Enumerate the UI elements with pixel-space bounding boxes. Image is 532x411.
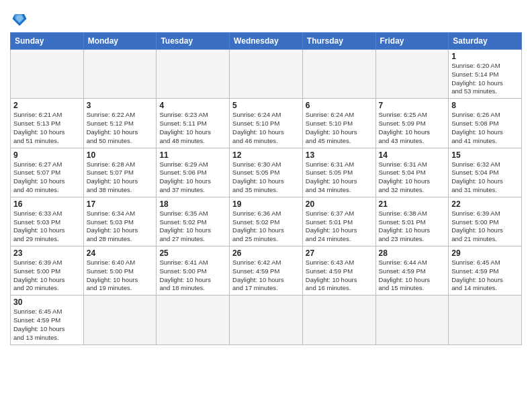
calendar-cell: 6Sunrise: 6:24 AM Sunset: 5:10 PM Daylig…: [302, 99, 375, 148]
day-number: 24: [87, 248, 154, 258]
day-info: Sunrise: 6:25 AM Sunset: 5:09 PM Dayligh…: [379, 111, 446, 145]
day-info: Sunrise: 6:36 AM Sunset: 5:02 PM Dayligh…: [232, 210, 300, 244]
calendar-cell: 17Sunrise: 6:34 AM Sunset: 5:03 PM Dayli…: [83, 197, 157, 246]
day-info: Sunrise: 6:33 AM Sunset: 5:03 PM Dayligh…: [13, 210, 81, 244]
header-day-friday: Friday: [375, 33, 449, 50]
calendar-cell: 23Sunrise: 6:39 AM Sunset: 5:00 PM Dayli…: [11, 246, 84, 295]
day-number: 29: [451, 248, 519, 258]
calendar-cell: 19Sunrise: 6:36 AM Sunset: 5:02 PM Dayli…: [230, 197, 303, 246]
calendar-cell: 20Sunrise: 6:37 AM Sunset: 5:01 PM Dayli…: [302, 197, 375, 246]
calendar-cell: [302, 295, 375, 345]
page: SundayMondayTuesdayWednesdayThursdayFrid…: [0, 0, 532, 411]
day-number: 15: [451, 150, 519, 160]
header-day-monday: Monday: [83, 33, 157, 50]
day-number: 19: [232, 199, 300, 209]
calendar-header-row: SundayMondayTuesdayWednesdayThursdayFrid…: [11, 33, 522, 50]
day-info: Sunrise: 6:34 AM Sunset: 5:03 PM Dayligh…: [87, 210, 154, 244]
calendar-cell: [302, 50, 375, 99]
day-number: 14: [379, 150, 446, 160]
header-day-sunday: Sunday: [11, 33, 84, 50]
day-info: Sunrise: 6:41 AM Sunset: 5:00 PM Dayligh…: [159, 259, 226, 293]
calendar-week-1: 1Sunrise: 6:20 AM Sunset: 5:14 PM Daylig…: [11, 50, 522, 99]
day-info: Sunrise: 6:38 AM Sunset: 5:01 PM Dayligh…: [379, 210, 446, 244]
day-info: Sunrise: 6:26 AM Sunset: 5:08 PM Dayligh…: [451, 111, 519, 145]
calendar-cell: 3Sunrise: 6:22 AM Sunset: 5:12 PM Daylig…: [83, 99, 157, 148]
day-info: Sunrise: 6:44 AM Sunset: 4:59 PM Dayligh…: [379, 259, 446, 293]
day-info: Sunrise: 6:35 AM Sunset: 5:02 PM Dayligh…: [159, 210, 226, 244]
day-number: 17: [87, 199, 154, 209]
day-info: Sunrise: 6:23 AM Sunset: 5:11 PM Dayligh…: [159, 111, 226, 145]
header-day-wednesday: Wednesday: [230, 33, 303, 50]
day-number: 25: [159, 248, 226, 258]
calendar-cell: 30Sunrise: 6:45 AM Sunset: 4:59 PM Dayli…: [11, 295, 84, 345]
calendar-cell: 26Sunrise: 6:42 AM Sunset: 4:59 PM Dayli…: [230, 246, 303, 295]
day-info: Sunrise: 6:45 AM Sunset: 4:59 PM Dayligh…: [13, 308, 81, 342]
day-info: Sunrise: 6:28 AM Sunset: 5:07 PM Dayligh…: [87, 161, 154, 195]
calendar-cell: [83, 50, 157, 99]
day-info: Sunrise: 6:31 AM Sunset: 5:05 PM Dayligh…: [306, 161, 373, 195]
day-info: Sunrise: 6:22 AM Sunset: 5:12 PM Dayligh…: [87, 111, 154, 145]
day-number: 2: [13, 101, 81, 110]
day-number: 20: [306, 199, 373, 209]
calendar-cell: 29Sunrise: 6:45 AM Sunset: 4:59 PM Dayli…: [449, 246, 522, 295]
day-number: 23: [13, 248, 81, 258]
day-number: 16: [13, 199, 81, 209]
day-number: 28: [379, 248, 446, 258]
header-day-saturday: Saturday: [449, 33, 522, 50]
calendar: SundayMondayTuesdayWednesdayThursdayFrid…: [10, 32, 522, 345]
day-number: 21: [379, 199, 446, 209]
day-info: Sunrise: 6:40 AM Sunset: 5:00 PM Dayligh…: [87, 259, 154, 293]
header-day-tuesday: Tuesday: [157, 33, 230, 50]
day-info: Sunrise: 6:43 AM Sunset: 4:59 PM Dayligh…: [306, 259, 373, 293]
day-info: Sunrise: 6:24 AM Sunset: 5:10 PM Dayligh…: [306, 111, 373, 145]
day-number: 7: [379, 101, 446, 110]
header-day-thursday: Thursday: [302, 33, 375, 50]
calendar-cell: 18Sunrise: 6:35 AM Sunset: 5:02 PM Dayli…: [157, 197, 230, 246]
day-number: 11: [159, 150, 226, 160]
calendar-cell: 8Sunrise: 6:26 AM Sunset: 5:08 PM Daylig…: [449, 99, 522, 148]
calendar-cell: 12Sunrise: 6:30 AM Sunset: 5:05 PM Dayli…: [230, 148, 303, 197]
calendar-week-3: 9Sunrise: 6:27 AM Sunset: 5:07 PM Daylig…: [11, 148, 522, 197]
calendar-cell: 1Sunrise: 6:20 AM Sunset: 5:14 PM Daylig…: [449, 50, 522, 99]
day-info: Sunrise: 6:27 AM Sunset: 5:07 PM Dayligh…: [13, 161, 81, 195]
calendar-cell: [11, 50, 84, 99]
calendar-week-5: 23Sunrise: 6:39 AM Sunset: 5:00 PM Dayli…: [11, 246, 522, 295]
calendar-cell: 15Sunrise: 6:32 AM Sunset: 5:04 PM Dayli…: [449, 148, 522, 197]
calendar-cell: [157, 50, 230, 99]
day-info: Sunrise: 6:20 AM Sunset: 5:14 PM Dayligh…: [451, 62, 519, 96]
calendar-cell: [230, 295, 303, 345]
day-number: 9: [13, 150, 81, 160]
calendar-cell: 14Sunrise: 6:31 AM Sunset: 5:04 PM Dayli…: [375, 148, 449, 197]
day-number: 1: [451, 52, 519, 61]
day-info: Sunrise: 6:42 AM Sunset: 4:59 PM Dayligh…: [232, 259, 300, 293]
calendar-cell: 21Sunrise: 6:38 AM Sunset: 5:01 PM Dayli…: [375, 197, 449, 246]
day-number: 10: [87, 150, 154, 160]
day-number: 12: [232, 150, 300, 160]
calendar-cell: 13Sunrise: 6:31 AM Sunset: 5:05 PM Dayli…: [302, 148, 375, 197]
day-number: 4: [159, 101, 226, 110]
logo-icon: [10, 9, 29, 28]
day-number: 27: [306, 248, 373, 258]
calendar-cell: [375, 295, 449, 345]
day-number: 8: [451, 101, 519, 110]
day-number: 3: [87, 101, 154, 110]
calendar-cell: 7Sunrise: 6:25 AM Sunset: 5:09 PM Daylig…: [375, 99, 449, 148]
calendar-cell: 4Sunrise: 6:23 AM Sunset: 5:11 PM Daylig…: [157, 99, 230, 148]
day-number: 30: [13, 298, 81, 307]
calendar-cell: [449, 295, 522, 345]
calendar-cell: 10Sunrise: 6:28 AM Sunset: 5:07 PM Dayli…: [83, 148, 157, 197]
calendar-week-4: 16Sunrise: 6:33 AM Sunset: 5:03 PM Dayli…: [11, 197, 522, 246]
day-number: 5: [232, 101, 300, 110]
calendar-cell: 27Sunrise: 6:43 AM Sunset: 4:59 PM Dayli…: [302, 246, 375, 295]
day-info: Sunrise: 6:39 AM Sunset: 5:00 PM Dayligh…: [451, 210, 519, 244]
day-number: 26: [232, 248, 300, 258]
calendar-cell: [230, 50, 303, 99]
calendar-cell: 2Sunrise: 6:21 AM Sunset: 5:13 PM Daylig…: [11, 99, 84, 148]
calendar-cell: 24Sunrise: 6:40 AM Sunset: 5:00 PM Dayli…: [83, 246, 157, 295]
day-info: Sunrise: 6:37 AM Sunset: 5:01 PM Dayligh…: [306, 210, 373, 244]
calendar-cell: 9Sunrise: 6:27 AM Sunset: 5:07 PM Daylig…: [11, 148, 84, 197]
calendar-cell: 22Sunrise: 6:39 AM Sunset: 5:00 PM Dayli…: [449, 197, 522, 246]
day-info: Sunrise: 6:30 AM Sunset: 5:05 PM Dayligh…: [232, 161, 300, 195]
calendar-cell: [83, 295, 157, 345]
calendar-cell: 5Sunrise: 6:24 AM Sunset: 5:10 PM Daylig…: [230, 99, 303, 148]
